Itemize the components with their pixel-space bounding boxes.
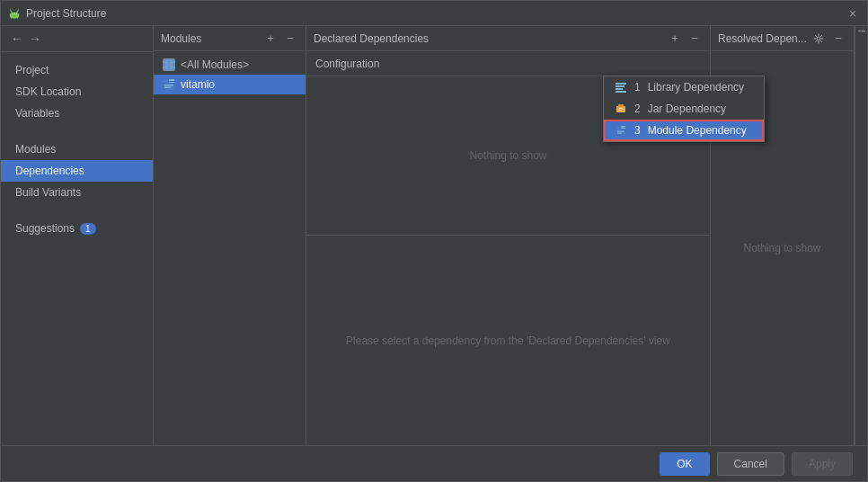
svg-rect-17 <box>164 87 171 89</box>
declared-panel: Declared Dependencies + − Configuration … <box>306 26 711 445</box>
module-dep-number: 3 <box>634 124 641 137</box>
remove-dependency-button[interactable]: − <box>686 31 703 47</box>
svg-rect-24 <box>621 128 625 129</box>
sidebar-item-modules[interactable]: Modules <box>1 138 153 160</box>
apply-button[interactable]: Apply <box>792 452 853 476</box>
back-arrow-button[interactable]: ← <box>8 30 26 48</box>
svg-rect-19 <box>618 104 624 107</box>
vitamio-label: vitamio <box>181 78 215 91</box>
svg-rect-12 <box>164 79 168 83</box>
declared-panel-title: Declared Dependencies <box>314 32 429 45</box>
title-bar: Project Structure × <box>1 1 867 26</box>
svg-rect-20 <box>619 108 623 109</box>
module-dep-icon <box>615 124 627 137</box>
vitamio-icon <box>163 78 175 91</box>
add-dependency-button[interactable]: + <box>667 31 683 47</box>
dialog-title: Project Structure <box>26 7 846 20</box>
resolved-panel-title: Resolved Depen... <box>718 32 807 45</box>
svg-rect-23 <box>621 126 625 128</box>
modules-panel-actions: + − <box>262 31 298 47</box>
svg-rect-18 <box>616 106 625 112</box>
jar-dep-number: 2 <box>634 103 641 115</box>
sidebar-item-build-variants[interactable]: Build Variants <box>1 182 153 203</box>
resolved-settings-button[interactable] <box>810 31 827 47</box>
module-dep-label: Module Dependency <box>648 124 747 137</box>
modules-panel: Modules + − <box>154 26 306 445</box>
svg-rect-13 <box>169 79 174 81</box>
android-logo-icon <box>8 7 21 20</box>
sidebar-item-sdk-location[interactable]: SDK Location <box>1 81 153 103</box>
remove-module-button[interactable]: − <box>282 31 298 47</box>
project-structure-dialog: Project Structure × ← → Project SDK Loca… <box>0 0 868 482</box>
declared-panel-actions: + − <box>667 31 703 47</box>
resolved-panel-header: Resolved Depen... − <box>711 26 854 51</box>
please-select-message: Please select a dependency from the 'Dec… <box>306 236 710 445</box>
all-modules-label: <All Modules> <box>181 58 249 71</box>
module-item-vitamio[interactable]: vitamio <box>154 75 306 94</box>
bottom-bar: OK Cancel Apply <box>1 445 867 481</box>
declared-panel-header: Declared Dependencies + − <box>306 26 710 51</box>
declared-bottom: Please select a dependency from the 'Dec… <box>306 236 710 445</box>
sidebar-item-suggestions[interactable]: Suggestions 1 <box>1 218 153 239</box>
svg-rect-10 <box>164 66 168 69</box>
svg-point-28 <box>817 37 820 40</box>
ok-button[interactable]: OK <box>660 452 709 476</box>
svg-rect-22 <box>616 126 620 129</box>
svg-rect-9 <box>170 60 173 64</box>
forward-arrow-button[interactable]: → <box>26 30 44 48</box>
modules-panel-title: Modules <box>161 32 201 45</box>
library-dep-icon <box>615 81 627 94</box>
svg-rect-26 <box>617 131 624 132</box>
library-dependency-option[interactable]: 1 Library Dependency <box>604 76 764 98</box>
library-dep-number: 1 <box>634 81 641 94</box>
right-panel-toggle[interactable]: f <box>855 26 867 36</box>
jar-dep-label: Jar Dependency <box>648 103 726 115</box>
dependency-type-dropdown: 1 Library Dependency 2 Jar Dependency <box>603 76 765 142</box>
svg-rect-16 <box>164 85 173 86</box>
svg-rect-8 <box>164 60 168 64</box>
resolved-collapse-button[interactable]: − <box>830 31 846 47</box>
sidebar-nav: Project SDK Location Variables Modules D… <box>1 52 153 246</box>
suggestions-label: Suggestions <box>15 222 75 235</box>
module-item-all[interactable]: <All Modules> <box>154 55 306 75</box>
sidebar: ← → Project SDK Location Variables Modul… <box>1 26 154 445</box>
module-dependency-option[interactable]: 3 Module Dependency <box>604 120 764 141</box>
modules-panel-header: Modules + − <box>154 26 306 51</box>
svg-rect-27 <box>617 133 622 134</box>
jar-dependency-option[interactable]: 2 Jar Dependency <box>604 98 764 120</box>
configuration-row: Configuration <box>306 51 710 76</box>
svg-point-4 <box>12 13 13 13</box>
svg-line-6 <box>11 10 13 13</box>
svg-rect-25 <box>616 130 625 136</box>
svg-point-5 <box>16 13 17 13</box>
library-dep-label: Library Dependency <box>648 81 744 94</box>
sidebar-nav-arrows: ← → <box>1 26 153 52</box>
content-area: ← → Project SDK Location Variables Modul… <box>1 26 867 445</box>
resolved-panel-actions: − <box>810 31 846 47</box>
svg-rect-21 <box>619 110 622 111</box>
suggestions-badge: 1 <box>80 223 96 235</box>
jar-dep-icon <box>615 103 627 115</box>
modules-list: <All Modules> vitamio <box>154 51 306 445</box>
configuration-label: Configuration <box>306 53 388 75</box>
svg-line-7 <box>17 10 19 13</box>
right-edge-panel: f <box>855 26 867 445</box>
cancel-button[interactable]: Cancel <box>717 452 784 476</box>
close-button[interactable]: × <box>846 6 860 21</box>
sidebar-item-variables[interactable]: Variables <box>1 103 153 124</box>
sidebar-item-project[interactable]: Project <box>1 59 153 81</box>
svg-rect-11 <box>170 66 173 69</box>
all-modules-icon <box>163 58 175 71</box>
svg-rect-14 <box>169 82 174 83</box>
sidebar-item-dependencies[interactable]: Dependencies <box>1 160 153 182</box>
add-module-button[interactable]: + <box>262 31 279 47</box>
